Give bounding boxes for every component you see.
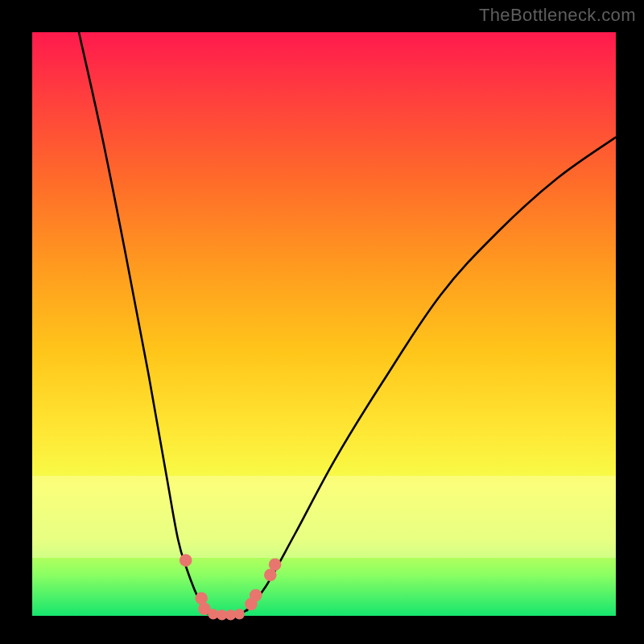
plot-area xyxy=(32,32,616,616)
outer-frame: TheBottleneck.com xyxy=(0,0,644,644)
data-marker xyxy=(234,609,245,619)
data-marker xyxy=(269,558,282,571)
bottleneck-curve xyxy=(79,32,616,615)
data-marker xyxy=(180,554,192,567)
chart-svg xyxy=(32,32,616,616)
watermark-text: TheBottleneck.com xyxy=(479,5,636,26)
data-marker xyxy=(250,589,262,602)
